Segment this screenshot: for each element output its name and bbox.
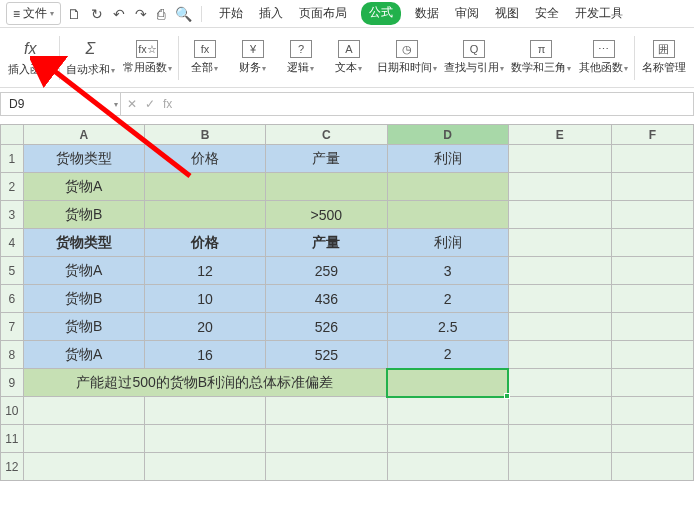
cell-d8[interactable]: 2 (387, 341, 508, 369)
refresh-icon[interactable]: ↻ (87, 4, 107, 24)
cell-f7[interactable] (611, 313, 693, 341)
tab-start[interactable]: 开始 (217, 2, 245, 25)
tab-formula[interactable]: 公式 (361, 2, 401, 25)
cell-f10[interactable] (611, 397, 693, 425)
print-icon[interactable]: ⎙ (153, 4, 169, 24)
cell-c1[interactable]: 产量 (266, 145, 387, 173)
cell-e8[interactable] (508, 341, 611, 369)
cell-d4[interactable]: 利润 (387, 229, 508, 257)
cell-f1[interactable] (611, 145, 693, 173)
cell-f5[interactable] (611, 257, 693, 285)
cell-b4[interactable]: 价格 (144, 229, 265, 257)
fx-icon[interactable]: fx (163, 97, 172, 111)
cell-c2[interactable] (266, 173, 387, 201)
save-icon[interactable]: 🗋 (63, 4, 85, 24)
cell-a10[interactable] (23, 397, 144, 425)
cell-f12[interactable] (611, 453, 693, 481)
cell-e2[interactable] (508, 173, 611, 201)
cell-d11[interactable] (387, 425, 508, 453)
preview-icon[interactable]: 🔍 (171, 4, 196, 24)
cell-b7[interactable]: 20 (144, 313, 265, 341)
cell-a5[interactable]: 货物A (23, 257, 144, 285)
cell-c7[interactable]: 526 (266, 313, 387, 341)
cell-a3[interactable]: 货物B (23, 201, 144, 229)
row-header-5[interactable]: 5 (1, 257, 24, 285)
name-box[interactable]: D9 ▾ (1, 93, 121, 115)
all-fn-button[interactable]: fx 全部▾ (181, 32, 229, 84)
cell-a8[interactable]: 货物A (23, 341, 144, 369)
cell-d3[interactable] (387, 201, 508, 229)
cell-d7[interactable]: 2.5 (387, 313, 508, 341)
cell-a9-merged[interactable]: 产能超过500的货物B利润的总体标准偏差 (23, 369, 387, 397)
cell-e10[interactable] (508, 397, 611, 425)
cell-e7[interactable] (508, 313, 611, 341)
cancel-icon[interactable]: ✕ (127, 97, 137, 111)
select-all-corner[interactable] (1, 125, 24, 145)
cell-c8[interactable]: 525 (266, 341, 387, 369)
row-header-7[interactable]: 7 (1, 313, 24, 341)
cell-b1[interactable]: 价格 (144, 145, 265, 173)
cell-b2[interactable] (144, 173, 265, 201)
cell-f4[interactable] (611, 229, 693, 257)
cell-c10[interactable] (266, 397, 387, 425)
redo-icon[interactable]: ↷ (131, 4, 151, 24)
cell-f3[interactable] (611, 201, 693, 229)
col-header-e[interactable]: E (508, 125, 611, 145)
row-header-2[interactable]: 2 (1, 173, 24, 201)
cell-c5[interactable]: 259 (266, 257, 387, 285)
cell-f6[interactable] (611, 285, 693, 313)
text-fn-button[interactable]: A 文本▾ (325, 32, 373, 84)
cell-a6[interactable]: 货物B (23, 285, 144, 313)
cell-e5[interactable] (508, 257, 611, 285)
cell-b8[interactable]: 16 (144, 341, 265, 369)
cell-c12[interactable] (266, 453, 387, 481)
tab-insert[interactable]: 插入 (257, 2, 285, 25)
cell-a2[interactable]: 货物A (23, 173, 144, 201)
tab-view[interactable]: 视图 (493, 2, 521, 25)
cell-e4[interactable] (508, 229, 611, 257)
fill-handle[interactable] (504, 393, 510, 399)
cell-f2[interactable] (611, 173, 693, 201)
cell-d1[interactable]: 利润 (387, 145, 508, 173)
tab-dev[interactable]: 开发工具 (573, 2, 625, 25)
cell-d12[interactable] (387, 453, 508, 481)
cell-f8[interactable] (611, 341, 693, 369)
undo-icon[interactable]: ↶ (109, 4, 129, 24)
accept-icon[interactable]: ✓ (145, 97, 155, 111)
datetime-button[interactable]: ◷ 日期和时间▾ (373, 32, 440, 84)
cell-b3[interactable] (144, 201, 265, 229)
logical-button[interactable]: ? 逻辑▾ (277, 32, 325, 84)
row-header-1[interactable]: 1 (1, 145, 24, 173)
cell-d6[interactable]: 2 (387, 285, 508, 313)
cell-b12[interactable] (144, 453, 265, 481)
cell-b6[interactable]: 10 (144, 285, 265, 313)
file-menu[interactable]: ≡ 文件 ▾ (6, 2, 61, 25)
col-header-c[interactable]: C (266, 125, 387, 145)
tab-security[interactable]: 安全 (533, 2, 561, 25)
cell-b5[interactable]: 12 (144, 257, 265, 285)
cell-c11[interactable] (266, 425, 387, 453)
insert-function-button[interactable]: fx 插入函数 (4, 32, 57, 84)
row-header-4[interactable]: 4 (1, 229, 24, 257)
sheet-grid[interactable]: A B C D E F 1 货物类型 价格 产量 利润 2 货物A 3 货物B … (0, 124, 694, 481)
row-header-8[interactable]: 8 (1, 341, 24, 369)
math-button[interactable]: π 数学和三角▾ (508, 32, 575, 84)
col-header-d[interactable]: D (387, 125, 508, 145)
autosum-button[interactable]: Σ 自动求和▾ (62, 32, 119, 84)
cell-c6[interactable]: 436 (266, 285, 387, 313)
col-header-b[interactable]: B (144, 125, 265, 145)
tab-review[interactable]: 审阅 (453, 2, 481, 25)
cell-a1[interactable]: 货物类型 (23, 145, 144, 173)
cell-f9[interactable] (611, 369, 693, 397)
cell-b10[interactable] (144, 397, 265, 425)
chevron-down-icon[interactable]: ▾ (114, 100, 118, 109)
cell-d9-active[interactable] (387, 369, 508, 397)
cell-e3[interactable] (508, 201, 611, 229)
row-header-12[interactable]: 12 (1, 453, 24, 481)
row-header-6[interactable]: 6 (1, 285, 24, 313)
cell-a7[interactable]: 货物B (23, 313, 144, 341)
col-header-f[interactable]: F (611, 125, 693, 145)
row-header-9[interactable]: 9 (1, 369, 24, 397)
common-fn-button[interactable]: fx☆ 常用函数▾ (119, 32, 176, 84)
cell-e12[interactable] (508, 453, 611, 481)
